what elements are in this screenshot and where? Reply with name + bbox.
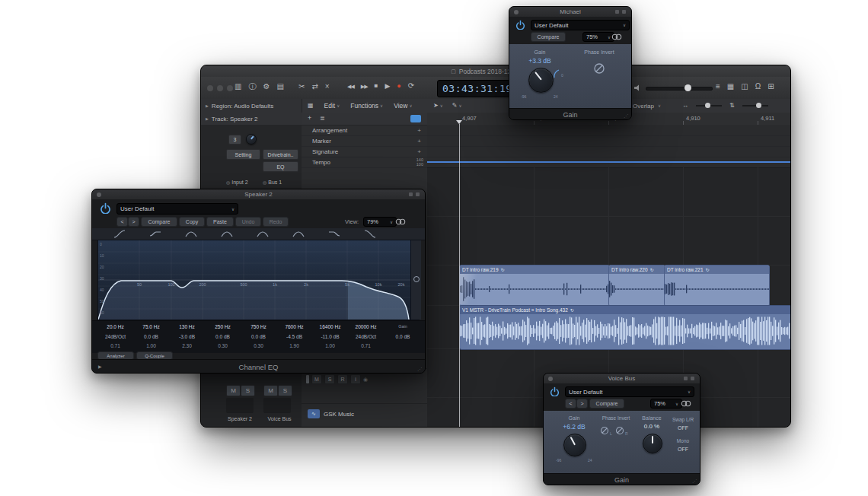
mixer-icon[interactable]: ▤ xyxy=(276,83,283,91)
close-button[interactable] xyxy=(514,10,519,14)
lcd-time[interactable]: 03:43:31:19 xyxy=(442,83,512,94)
preset-dropdown[interactable]: User Default∨ xyxy=(565,386,694,397)
zoom-vertical-icon[interactable]: ⇅ xyxy=(729,103,735,109)
gain-value[interactable]: +6.2 dB xyxy=(554,423,594,431)
link-icon[interactable] xyxy=(681,400,691,407)
eq-titlebar[interactable]: Speaker 2 xyxy=(92,189,425,200)
stop-button[interactable]: ■ xyxy=(375,83,378,89)
prev-preset-button[interactable]: < xyxy=(565,399,576,409)
forward-button[interactable]: ▶▶ xyxy=(361,84,368,89)
track-freeze-icon[interactable]: ◉ xyxy=(363,377,368,383)
eq-graph[interactable]: 0 10 20 30 40 50 60 50 100 200 500 1k 2k… xyxy=(97,240,420,320)
strip1-solo-button[interactable]: S xyxy=(241,385,255,396)
eq-band-column[interactable]: 750 Hz 0.0 dB 0.30 xyxy=(241,321,276,353)
band-4-bell-icon[interactable] xyxy=(221,230,233,238)
eq-band-column[interactable]: 250 Hz 0.0 dB 0.30 xyxy=(205,321,241,353)
balance-knob[interactable] xyxy=(643,434,662,453)
close-button[interactable] xyxy=(548,377,553,381)
mono-value[interactable]: OFF xyxy=(669,447,697,452)
close-tool-icon[interactable]: × xyxy=(325,83,330,91)
eq-band-column[interactable]: 16400 Hz -11.0 dB 1.00 xyxy=(312,321,348,353)
plugin-slot-drivetrain[interactable]: Drivetrain.. xyxy=(263,149,298,160)
gsk-music-track-header[interactable]: ∿ GSK Music xyxy=(308,409,354,418)
strip2-solo-button[interactable]: S xyxy=(278,385,292,396)
signature-add-button[interactable]: + xyxy=(417,148,421,155)
global-tracks-button[interactable] xyxy=(410,115,421,122)
catch-playhead-icon[interactable]: ▦ xyxy=(308,103,314,109)
swap-lr-value[interactable]: OFF xyxy=(669,425,697,431)
link-icon[interactable] xyxy=(611,33,622,40)
next-preset-button[interactable]: > xyxy=(576,399,588,409)
strip1-mute-button[interactable]: M xyxy=(226,385,241,396)
blend-dropdown[interactable]: 75%∨ xyxy=(650,399,682,409)
titlebar-option-icon[interactable] xyxy=(622,10,626,14)
cut-icon[interactable]: ✂ xyxy=(298,83,305,91)
list-editors-icon[interactable]: ≡ xyxy=(716,83,720,91)
titlebar-option-icon[interactable] xyxy=(615,10,619,14)
next-preset-button[interactable]: > xyxy=(128,217,139,227)
output-slot[interactable]: ◎ Bus 1 xyxy=(263,180,282,185)
gain-knob[interactable] xyxy=(528,68,554,93)
footer-disclosure-icon[interactable]: ▶ xyxy=(98,364,102,369)
master-volume-slider[interactable] xyxy=(646,87,713,91)
phase-invert-button[interactable] xyxy=(593,62,605,75)
band-5-bell-icon[interactable] xyxy=(257,230,269,238)
master-gain-strip[interactable] xyxy=(410,240,421,320)
zoom-horizontal-icon[interactable]: ↔ xyxy=(682,103,688,109)
band-7-highshelf-icon[interactable] xyxy=(328,230,340,238)
eq-band-column[interactable]: 20000 Hz 24dB/Oct 0.71 xyxy=(348,321,384,353)
minimize-button[interactable] xyxy=(217,85,223,91)
plugin-slot-eq[interactable]: EQ xyxy=(263,161,298,172)
audio-region[interactable]: DT intro raw.221↻ xyxy=(664,265,770,307)
compare-button[interactable]: Compare xyxy=(589,399,624,409)
flex-icon[interactable]: ⇄ xyxy=(311,83,318,91)
gain-value[interactable]: +3.3 dB xyxy=(517,57,563,65)
global-track-tempo[interactable]: Tempo 140 100 xyxy=(302,157,427,168)
track-solo-button[interactable]: S xyxy=(324,374,335,384)
eq-band-column[interactable]: 7600 Hz -4.5 dB 1.90 xyxy=(276,321,312,353)
eq-master-gain-column[interactable]: Gain 0.0 dB xyxy=(386,321,420,353)
track-inspector-header[interactable]: ▶ Track: Speaker 2 xyxy=(201,113,302,126)
functions-menu[interactable]: Functions∨ xyxy=(350,102,383,110)
note-pads-icon[interactable]: ▦ xyxy=(727,83,734,91)
main-titlebar[interactable]: ▢ Podcasts 2018-12-11 - V1 O xyxy=(201,65,790,78)
audio-region[interactable]: DT intro raw.219↻ xyxy=(459,265,610,307)
arrangement-add-button[interactable]: + xyxy=(417,127,421,134)
titlebar-option-icon[interactable] xyxy=(684,377,688,380)
cycle-button[interactable]: ⟳ xyxy=(408,82,414,90)
record-button[interactable]: ● xyxy=(397,83,400,90)
tempo-curve[interactable] xyxy=(427,161,790,163)
grid-icon[interactable]: ⊞ xyxy=(767,83,774,91)
strip1-fader[interactable] xyxy=(226,398,254,413)
pointer-tool-menu[interactable]: ➤∨ xyxy=(433,103,443,109)
audio-region-master[interactable]: V1 MSTR - DriveTrain Podcast » Intro Son… xyxy=(459,305,790,350)
region-inspector-header[interactable]: ▶ Region: Audio Defaults xyxy=(201,99,302,113)
eq-band-column[interactable]: 20.0 Hz 24dB/Oct 0.71 xyxy=(97,321,133,353)
track-color-chip[interactable] xyxy=(306,375,309,383)
edit-menu[interactable]: Edit∨ xyxy=(324,102,340,110)
audio-region[interactable]: DT intro raw.220↻ xyxy=(608,265,665,307)
zoom-v-knob[interactable] xyxy=(756,103,761,108)
phase-invert-right-button[interactable] xyxy=(615,426,624,435)
strip2-fader[interactable] xyxy=(263,398,291,413)
balance-value[interactable]: 0.0 % xyxy=(635,423,669,430)
view-zoom-dropdown[interactable]: 79%∨ xyxy=(363,217,397,227)
eq-band-column[interactable]: 130 Hz -3.0 dB 2.30 xyxy=(169,321,205,353)
global-track-marker[interactable]: Marker + xyxy=(302,135,427,147)
global-track-arrangement[interactable]: Arrangement + xyxy=(302,125,427,136)
titlebar-option-icon[interactable] xyxy=(409,192,413,196)
global-track-signature[interactable]: Signature + xyxy=(302,146,427,157)
play-button[interactable]: ▶ xyxy=(385,83,390,90)
setting-button[interactable]: Setting xyxy=(226,149,260,160)
input-slot[interactable]: ◎ Input 2 xyxy=(226,180,248,185)
pencil-tool-menu[interactable]: ✎∨ xyxy=(452,103,462,109)
preset-dropdown[interactable]: User Default∨ xyxy=(531,20,630,30)
view-menu[interactable]: View∨ xyxy=(394,102,412,110)
redo-button[interactable]: Redo xyxy=(263,217,289,227)
compare-button[interactable]: Compare xyxy=(531,32,566,42)
power-icon[interactable] xyxy=(100,202,111,214)
close-button[interactable] xyxy=(207,85,213,91)
track-record-button[interactable]: R xyxy=(337,374,348,384)
paste-button[interactable]: Paste xyxy=(206,217,234,227)
marker-add-button[interactable]: + xyxy=(417,138,421,145)
